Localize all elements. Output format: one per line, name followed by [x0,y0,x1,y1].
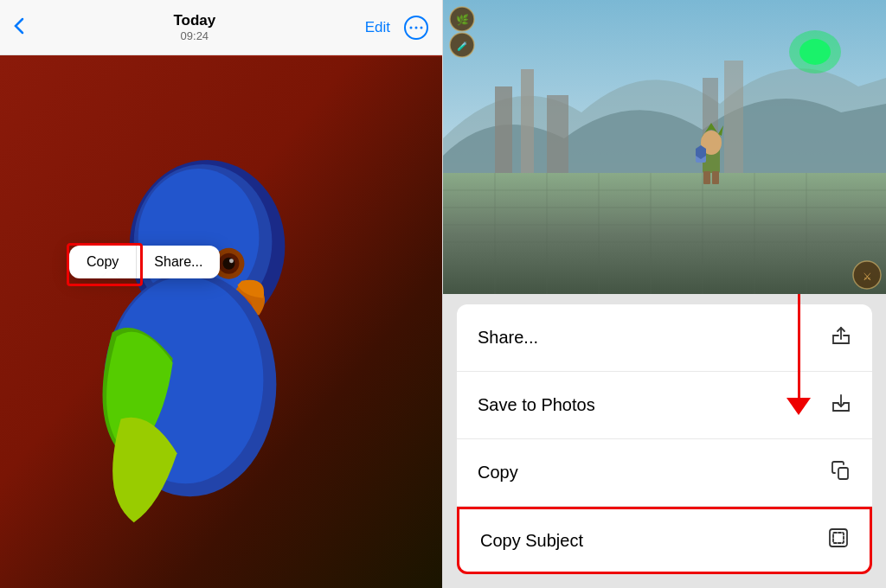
game-screenshot: 🌿 🧪 ⚔ [443,0,886,294]
svg-text:🧪: 🧪 [457,41,468,52]
right-panel: 🌿 🧪 ⚔ Share... Save to Photos [443,0,886,588]
nav-title: Today [173,12,215,29]
nav-actions: Edit [365,16,428,40]
copy-subject-icon [828,527,849,553]
svg-point-10 [229,259,234,263]
copy-icon [831,460,851,486]
svg-point-2 [420,26,422,29]
context-menu-left: Copy Share... [69,246,220,278]
share-menu-item[interactable]: Share... [457,304,872,372]
svg-rect-45 [830,529,847,546]
svg-rect-44 [838,468,848,479]
save-photos-icon [831,393,851,419]
back-button[interactable] [14,16,24,40]
nav-subtitle: 09:24 [173,29,215,42]
svg-point-1 [414,26,417,29]
nav-center: Today 09:24 [173,12,215,42]
edit-button[interactable]: Edit [365,19,390,36]
svg-rect-36 [703,171,710,184]
svg-rect-15 [521,69,534,190]
svg-point-0 [409,26,412,29]
svg-point-9 [222,258,234,270]
share-button[interactable]: Share... [137,246,220,278]
svg-text:⚔: ⚔ [863,271,872,283]
svg-rect-37 [712,171,719,184]
copy-button[interactable]: Copy [69,246,137,278]
svg-rect-19 [443,173,886,294]
copy-subject-menu-item[interactable]: Copy Subject [457,507,872,574]
svg-text:🌿: 🌿 [456,13,469,26]
svg-point-32 [799,39,831,65]
copy-label: Copy [478,463,518,483]
left-panel: Today 09:24 Edit [0,0,443,588]
nav-bar: Today 09:24 Edit [0,0,442,55]
more-button[interactable] [404,16,428,40]
parrot-background [0,55,442,588]
svg-rect-46 [833,533,844,543]
image-area: Copy Share... [0,55,442,588]
save-photos-label: Save to Photos [478,395,595,415]
share-label: Share... [478,328,538,348]
copy-menu-item[interactable]: Copy [457,439,872,507]
copy-subject-label: Copy Subject [480,531,583,551]
share-icon [831,325,851,351]
svg-rect-18 [724,61,743,190]
context-panel: Share... Save to Photos Copy [443,294,886,588]
save-photos-menu-item[interactable]: Save to Photos [457,372,872,439]
